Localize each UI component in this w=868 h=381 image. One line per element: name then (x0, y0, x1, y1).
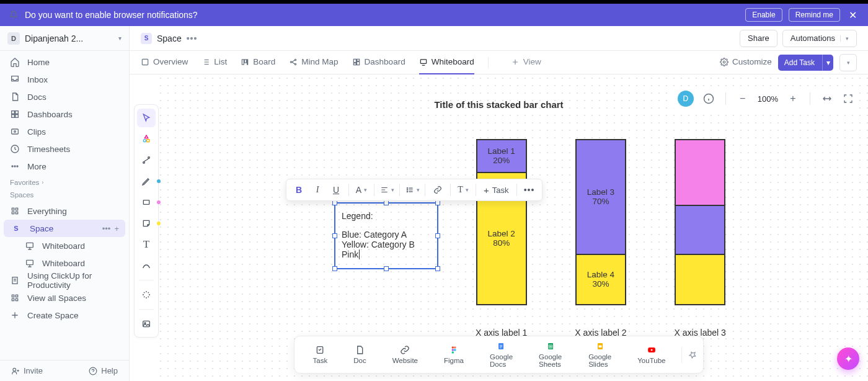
bar-segment[interactable]: Label 120% (477, 140, 526, 173)
sidebar-item-home[interactable]: Home (4, 53, 125, 71)
sticky-note-tool[interactable] (137, 214, 156, 233)
sidebar-item-whiteboard[interactable]: Whiteboard (4, 237, 125, 254)
insert-google-slides[interactable]: Google Slides (576, 340, 624, 369)
line-tool[interactable] (137, 256, 156, 275)
zoom-out-button[interactable]: − (737, 92, 749, 105)
stacked-bar[interactable] (675, 139, 725, 305)
sidebar-item-docs[interactable]: Docs (4, 88, 125, 105)
sidebar-item-view-all-spaces[interactable]: View all Spaces (4, 289, 125, 307)
font-button[interactable]: A (353, 181, 370, 199)
chevron-down-icon[interactable]: ▾ (822, 55, 833, 71)
pen-tool[interactable] (137, 172, 156, 191)
zoom-level[interactable]: 100% (758, 94, 778, 104)
insert-google-docs[interactable]: Google Docs (477, 340, 525, 369)
whiteboard-canvas[interactable]: D − 100% + (130, 74, 868, 381)
share-button[interactable]: Share (740, 30, 777, 47)
stacked-bar-chart[interactable]: Label 120%Label 280% X axis label 1 Labe… (476, 139, 726, 338)
svg-rect-10 (12, 208, 14, 210)
text-tool[interactable]: T (137, 235, 156, 254)
sidebar-item-create-space[interactable]: Create Space (4, 307, 125, 324)
tab-dashboard[interactable]: Dashboard (352, 51, 405, 74)
resize-handle[interactable] (435, 266, 440, 271)
underline-button[interactable]: U (327, 181, 345, 199)
tab-mind-map[interactable]: Mind Map (289, 51, 338, 74)
tab-whiteboard[interactable]: Whiteboard (419, 51, 474, 74)
enable-button[interactable]: Enable (745, 8, 782, 22)
insert-doc[interactable]: Doc (341, 344, 378, 365)
resize-handle[interactable] (332, 200, 337, 205)
resize-handle[interactable] (435, 200, 440, 205)
more-icon[interactable]: ••• (521, 181, 538, 199)
automations-button[interactable]: Automations ▾ (782, 30, 857, 47)
sidebar-item-everything[interactable]: Everything (4, 202, 125, 220)
user-avatar[interactable]: D (678, 91, 694, 107)
sidebar-item-dashboards[interactable]: Dashboards (4, 105, 125, 123)
insert-google-sheets[interactable]: Google Sheets (526, 340, 575, 369)
favorites-section[interactable]: Favorites › (0, 175, 129, 187)
list-button[interactable] (404, 181, 421, 199)
workspace-switcher[interactable]: D Dipanjenah 2... ▾ (0, 26, 129, 51)
tab-list[interactable]: List (202, 51, 227, 74)
help-button[interactable]: Help (89, 366, 118, 375)
insert-youtube[interactable]: YouTube (625, 344, 678, 365)
more-icon[interactable]: ••• (102, 224, 111, 233)
ai-fab-button[interactable]: ✦ (837, 347, 859, 370)
tab-more-button[interactable]: ▾ (839, 54, 857, 71)
chart-title[interactable]: Title of this stacked bar chart (434, 99, 563, 110)
add-task-button[interactable]: Add Task ▾ (778, 55, 833, 71)
customize-button[interactable]: Customize (720, 51, 772, 74)
pointer-tool[interactable] (137, 109, 156, 127)
sidebar-item-clips[interactable]: Clips (4, 123, 125, 140)
remind-me-button[interactable]: Remind me (789, 8, 840, 22)
sidebar-item-using-clickup-for-productivity[interactable]: Using ClickUp for Productivity (4, 272, 125, 289)
fit-width-icon[interactable] (821, 92, 833, 105)
info-icon[interactable] (702, 92, 715, 105)
resize-handle[interactable] (332, 233, 337, 238)
sidebar-item-more[interactable]: More (4, 158, 125, 175)
legend-text-box[interactable]: Legend: Blue: Category A Yellow: Categor… (334, 202, 438, 269)
resize-handle[interactable] (332, 266, 337, 271)
close-icon[interactable]: ✕ (846, 9, 859, 21)
stacked-bar[interactable]: Label 120%Label 280% (476, 139, 527, 305)
tab-board[interactable]: Board (241, 51, 275, 74)
bar-segment[interactable] (676, 140, 724, 206)
tab-overview[interactable]: Overview (141, 51, 188, 74)
stacked-bar[interactable]: Label 370%Lable 430% (575, 139, 626, 305)
resize-handle[interactable] (435, 233, 440, 238)
insert-task[interactable]: Task (301, 344, 340, 365)
align-button[interactable] (378, 181, 396, 199)
zoom-in-button[interactable]: + (787, 92, 799, 105)
tab-view[interactable]: View (511, 51, 541, 74)
svg-rect-42 (143, 321, 150, 326)
sidebar-item-space[interactable]: SSpace•••+ (4, 220, 125, 237)
bar-segment[interactable] (676, 206, 724, 255)
plus-icon[interactable]: + (114, 224, 119, 233)
image-tool[interactable] (137, 315, 156, 333)
insert-website[interactable]: Website (380, 344, 430, 365)
connector-tool[interactable] (137, 151, 156, 169)
add-task-inline[interactable]: + Task (480, 181, 513, 199)
svg-rect-41 (143, 200, 149, 205)
invite-button[interactable]: Invite (11, 366, 43, 375)
sidebar-item-timesheets[interactable]: Timesheets (4, 140, 125, 158)
bold-button[interactable]: B (290, 181, 308, 199)
bar-segment[interactable]: Label 370% (577, 140, 625, 255)
italic-button[interactable]: I (309, 181, 326, 199)
sidebar-item-inbox[interactable]: Inbox (4, 71, 125, 88)
fullscreen-icon[interactable] (842, 92, 854, 105)
breadcrumb-space[interactable]: Space (157, 34, 182, 43)
sidebar-item-whiteboard[interactable]: Whiteboard (4, 254, 125, 272)
link-button[interactable] (429, 181, 446, 199)
resize-handle[interactable] (384, 266, 389, 271)
rectangle-tool[interactable] (137, 193, 156, 212)
resize-handle[interactable] (384, 200, 389, 205)
more-icon[interactable]: ••• (187, 34, 198, 43)
ai-tool[interactable] (137, 285, 156, 304)
breadcrumb-bar: S Space ••• Share Automations ▾ (130, 26, 868, 51)
pin-icon[interactable] (681, 347, 697, 363)
bar-segment[interactable]: Lable 430% (577, 255, 625, 304)
insert-figma[interactable]: Figma (432, 344, 476, 365)
text-size-button[interactable]: T (454, 181, 472, 199)
shapes-tool[interactable] (137, 130, 156, 148)
bar-segment[interactable] (676, 255, 724, 304)
